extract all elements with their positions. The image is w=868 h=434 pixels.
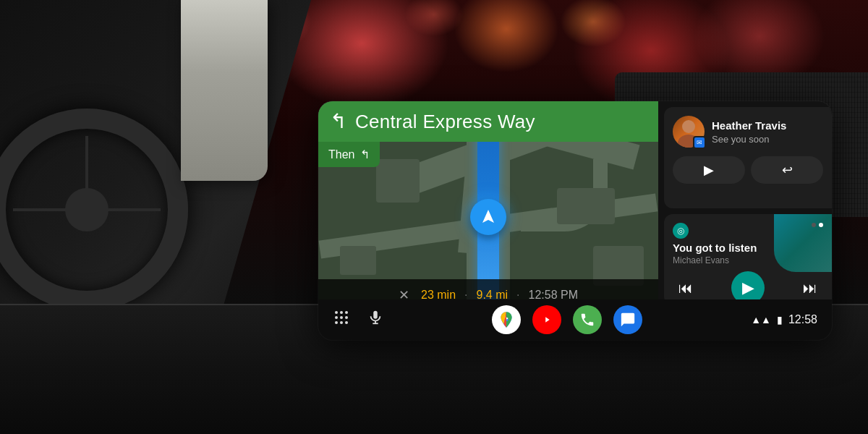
prev-icon: ⏮ [678,280,693,297]
dot-1 [812,223,816,227]
reply-icon: ↩ [782,162,793,178]
youtube-music-button[interactable] [532,305,561,334]
song-title: You got to listen [673,242,823,254]
android-auto-display: ↰ Central Express Way Then ↰ ✕ 23 min · … [318,101,832,340]
map-section[interactable]: ↰ Central Express Way Then ↰ ✕ 23 min · … [318,101,658,311]
avatar-container: ✉ [673,116,705,148]
play-icon: ▶ [704,162,714,178]
play-music-icon: ▶ [742,278,754,297]
message-card[interactable]: ✉ Heather Travis See you soon ▶ ↩ [664,107,832,208]
spoke-left [13,208,72,211]
nav-status-icons: ▲▲ ▮ 12:58 [751,313,817,326]
svg-point-5 [335,316,338,319]
microphone-button[interactable] [367,310,383,330]
turn-arrow-icon: ↰ [330,111,346,132]
music-service-icon: ◎ [673,223,689,239]
svg-point-4 [345,311,348,314]
message-header: ✉ Heather Travis See you soon [673,116,823,148]
dot-2 [819,223,823,227]
badge-icon: ✉ [697,139,702,146]
progress-dots [812,223,823,227]
message-actions: ▶ ↩ [673,156,823,184]
message-preview: See you soon [712,134,823,145]
building-2 [557,188,615,224]
message-badge: ✉ [693,136,706,149]
car-body-panel [181,0,268,181]
message-info: Heather Travis See you soon [712,119,823,145]
svg-point-7 [345,316,348,319]
street-name: Central Express Way [355,111,535,133]
grid-menu-button[interactable] [333,309,350,331]
bottom-nav-bar: ▲▲ ▮ 12:58 [318,299,832,340]
contact-name: Heather Travis [712,119,823,132]
nav-app-icons [492,305,642,334]
spoke-right [101,208,161,211]
svg-point-10 [345,321,348,324]
svg-point-3 [340,311,343,314]
right-panel: ✉ Heather Travis See you soon ▶ ↩ [658,101,832,311]
next-icon: ⏭ [803,280,817,297]
signal-icon: ▲▲ [751,314,771,326]
direction-banner: ↰ Central Express Way [318,101,658,142]
svg-point-9 [340,321,343,324]
phone-app-button[interactable] [573,305,602,334]
then-label: Then [328,148,354,161]
svg-point-8 [335,321,338,324]
svg-point-2 [335,311,338,314]
svg-point-6 [340,316,343,319]
system-clock: 12:58 [788,313,817,326]
navigation-arrow [470,199,506,235]
building-3 [340,246,376,275]
nav-left-icons [333,309,383,331]
building-1 [376,159,420,203]
music-card[interactable]: ◎ You got to listen Michael Evans ⏮ ▶ ⏭ [664,214,832,305]
maps-app-button[interactable] [492,305,521,334]
artist-name: Michael Evans [673,255,823,265]
battery-icon: ▮ [777,314,783,326]
svg-point-0 [682,120,695,133]
messages-app-button[interactable] [613,305,642,334]
prev-track-button[interactable]: ⏮ [673,275,699,301]
reply-message-button[interactable]: ↩ [751,156,823,184]
then-indicator: Then ↰ [318,142,380,167]
play-message-button[interactable]: ▶ [673,156,745,184]
next-track-button[interactable]: ⏭ [797,275,823,301]
music-meta: ◎ You got to listen Michael Evans [673,221,823,265]
svg-rect-11 [373,311,378,319]
then-arrow-icon: ↰ [360,148,370,161]
